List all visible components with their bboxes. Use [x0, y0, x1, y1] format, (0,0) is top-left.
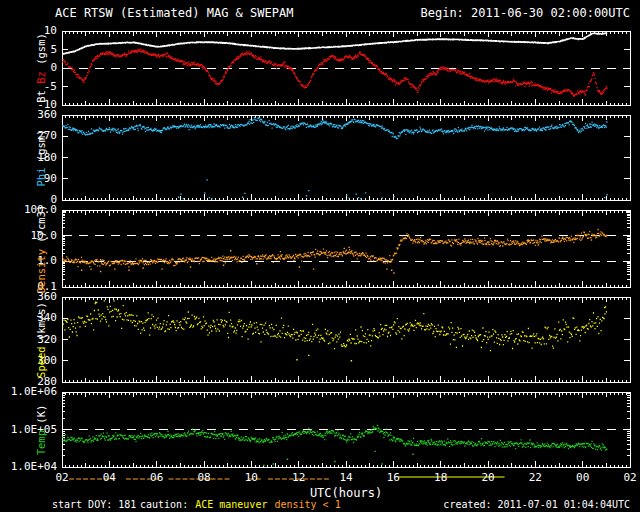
panel-label-part: (gsm)	[35, 33, 47, 71]
x-tick-label: 10	[239, 471, 263, 484]
y-tick-label: 340	[0, 312, 57, 324]
footer-bar: start DOY: 181 caution:ACE maneuverdensi…	[0, 499, 640, 511]
panel-y-axis-label: Temp (K)	[35, 404, 47, 455]
y-tick-label: 1.0E+04	[0, 461, 57, 473]
panel-label-part: (/cm3)	[35, 204, 47, 242]
y-tick-label: 0	[0, 62, 57, 74]
created-timestamp: created: 2011-07-01 01:04:04UTC	[443, 499, 630, 510]
panel-y-axis-label: Bt Bz (gsm)	[35, 33, 47, 103]
caution-group: caution:ACE maneuverdensity < 1	[140, 499, 348, 510]
y-tick-label: 10.0	[0, 230, 57, 242]
ace-rtsw-plot: ACE RTSW (Estimated) MAG & SWEPAM Begin:…	[0, 0, 640, 512]
x-axis-label: UTC(hours)	[296, 486, 396, 500]
y-tick-label: 270	[0, 130, 57, 142]
x-tick-label: 00	[571, 471, 595, 484]
panel-y-axis-label: Density (/cm3)	[35, 204, 47, 293]
x-tick-label: 18	[429, 471, 453, 484]
panel-y-axis-label: Speed (km/s)	[35, 302, 47, 378]
y-tick-label: 320	[0, 334, 57, 346]
panel-label-part: (km/s)	[35, 302, 47, 340]
y-tick-label: 5	[0, 44, 57, 56]
x-tick-label: 16	[381, 471, 405, 484]
panel-label-part: Bz	[35, 71, 47, 84]
panel-label-part: (gsm)	[35, 129, 47, 161]
panel-label-part: Bt	[35, 84, 47, 103]
y-tick-label: 100.0	[0, 204, 57, 216]
y-tick-label: 10	[0, 25, 57, 37]
y-tick-label: 1.0E+06	[0, 386, 57, 398]
x-tick-label: 06	[145, 471, 169, 484]
x-tick-label: 02	[50, 471, 74, 484]
x-tick-label: 20	[476, 471, 500, 484]
y-tick-label: 180	[0, 152, 57, 164]
panel-label-part: Density	[35, 242, 47, 293]
panel-label-part: Temp	[35, 423, 47, 455]
plot-canvas	[0, 0, 640, 512]
y-tick-label: 1.0E+05	[0, 424, 57, 436]
x-tick-label: 04	[97, 471, 121, 484]
panel-y-axis-label: Phi (gsm)	[35, 129, 47, 186]
x-tick-label: 12	[287, 471, 311, 484]
panel-label-part: Speed	[35, 340, 47, 378]
x-tick-label: 22	[523, 471, 547, 484]
x-tick-label: 02	[618, 471, 640, 484]
caution-density: density < 1	[274, 499, 340, 510]
y-tick-label: 360	[0, 291, 57, 303]
y-tick-label: 90	[0, 173, 57, 185]
y-tick-label: 360	[0, 109, 57, 121]
x-tick-label: 08	[192, 471, 216, 484]
start-doy: start DOY: 181	[52, 499, 136, 510]
panel-label-part: (K)	[35, 404, 47, 423]
caution-maneuver: ACE maneuver	[195, 499, 267, 510]
x-tick-label: 14	[334, 471, 358, 484]
y-tick-label: 300	[0, 355, 57, 367]
y-tick-label: 1.0	[0, 255, 57, 267]
y-tick-label: -5	[0, 81, 57, 93]
caution-label: caution:	[140, 499, 188, 510]
panel-label-part: Phi	[35, 161, 47, 186]
